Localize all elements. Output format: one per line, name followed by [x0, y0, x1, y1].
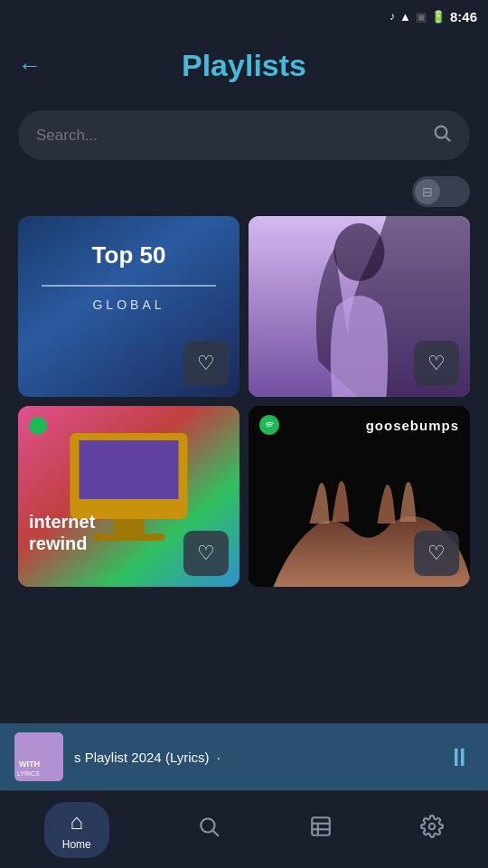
now-playing-label: s Playlist 2024 (Lyrics): [74, 750, 210, 765]
header: ← Playlists: [0, 33, 488, 98]
heart-icon-3: ♡: [197, 542, 215, 565]
heart-icon: ♡: [197, 352, 215, 375]
now-playing-bar[interactable]: WITH LYRICS s Playlist 2024 (Lyrics) · ⏸: [0, 723, 488, 790]
svg-point-10: [264, 420, 275, 430]
top50-title: Top 50: [18, 241, 239, 269]
svg-point-0: [436, 127, 447, 138]
signal-icon: ▣: [416, 10, 427, 24]
like-button-woman[interactable]: ♡: [414, 341, 459, 386]
playlist-card-top50[interactable]: Top 50 GLOBAL ♡: [18, 216, 239, 397]
status-icons: ♪ ▲ ▣ 🔋 8:46: [389, 9, 477, 24]
nav-item-home[interactable]: ⌂ Home: [44, 802, 109, 858]
heart-icon-2: ♡: [427, 352, 446, 375]
wifi-icon: ▲: [399, 10, 411, 24]
status-bar: ♪ ▲ ▣ 🔋 8:46: [0, 0, 488, 33]
home-icon: ⌂: [70, 809, 83, 835]
like-button-goosebumps[interactable]: ♡: [414, 531, 459, 576]
spotify-icon-rewind: [29, 417, 47, 435]
nav-home-wrap: ⌂ Home: [44, 802, 109, 858]
toggle-switch[interactable]: [412, 176, 470, 207]
svg-line-15: [213, 831, 219, 836]
spotify-icon-goosebumps: [259, 415, 279, 435]
pause-button[interactable]: ⏸: [446, 742, 474, 772]
nav-home-label: Home: [62, 838, 91, 851]
goosebumps-header: goosebumps: [259, 415, 459, 435]
back-button[interactable]: ←: [18, 52, 42, 80]
svg-point-14: [202, 818, 215, 832]
now-playing-separator: ·: [217, 750, 221, 765]
playlist-card-woman[interactable]: ♡: [249, 216, 470, 397]
search-nav-icon: [197, 815, 221, 844]
svg-rect-16: [312, 817, 330, 835]
svg-text:WITH: WITH: [19, 760, 40, 769]
nav-item-search[interactable]: [197, 815, 221, 844]
search-container: [0, 98, 488, 173]
search-bar: [18, 110, 470, 160]
svg-text:LYRICS: LYRICS: [17, 770, 40, 777]
now-playing-track: s Playlist 2024 (Lyrics) ·: [74, 750, 436, 765]
playlist-grid: Top 50 GLOBAL ♡: [0, 216, 488, 587]
nav-item-settings[interactable]: [420, 815, 444, 844]
status-time: 8:46: [450, 9, 477, 24]
bottom-nav: ⌂ Home: [0, 790, 488, 868]
search-input[interactable]: [36, 127, 423, 145]
top50-divider: [42, 285, 216, 287]
nav-item-library[interactable]: [309, 815, 333, 844]
playlist-card-goosebumps[interactable]: goosebumps ♡: [249, 406, 470, 587]
top50-subtitle: GLOBAL: [18, 297, 239, 312]
heart-icon-4: ♡: [427, 542, 446, 565]
svg-line-1: [446, 137, 450, 141]
like-button-top50[interactable]: ♡: [183, 341, 229, 386]
playlist-card-rewind[interactable]: internetrewind ♡: [18, 406, 239, 587]
svg-rect-6: [80, 440, 179, 499]
now-playing-thumbnail: WITH LYRICS: [14, 732, 63, 781]
toggle-row: [0, 173, 488, 216]
settings-icon: [420, 815, 444, 844]
music-note-icon: ♪: [389, 10, 395, 23]
np-thumb-image: WITH LYRICS: [14, 732, 63, 781]
toggle-knob: [415, 179, 440, 204]
goosebumps-title: goosebumps: [366, 418, 459, 433]
page-title: Playlists: [182, 48, 306, 83]
library-icon: [309, 815, 333, 844]
svg-point-20: [429, 824, 436, 830]
search-icon: [432, 123, 452, 147]
battery-icon: 🔋: [431, 10, 446, 24]
like-button-rewind[interactable]: ♡: [183, 531, 229, 576]
